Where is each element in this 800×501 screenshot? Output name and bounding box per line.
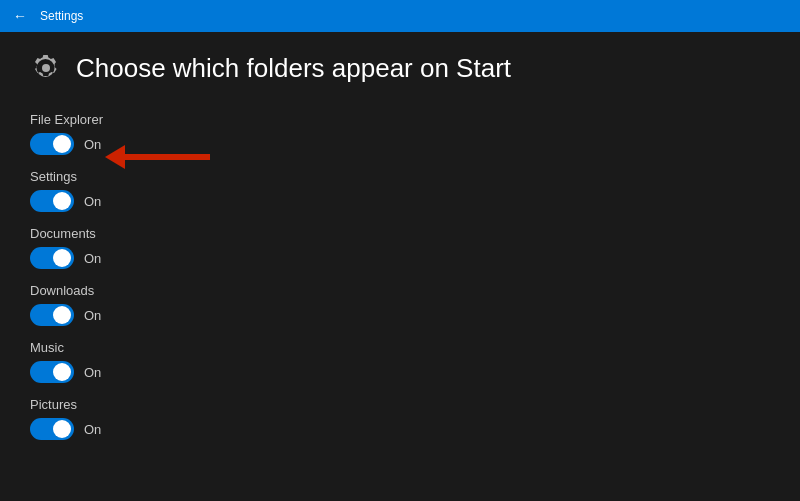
toggle-knob-downloads bbox=[53, 306, 71, 324]
toggle-state-pictures: On bbox=[84, 422, 101, 437]
toggle-state-downloads: On bbox=[84, 308, 101, 323]
setting-item-downloads: Downloads On bbox=[30, 283, 770, 326]
setting-label-documents: Documents bbox=[30, 226, 770, 241]
toggle-knob-documents bbox=[53, 249, 71, 267]
toggle-documents[interactable] bbox=[30, 247, 74, 269]
main-content: Choose which folders appear on Start Fil… bbox=[0, 32, 800, 474]
setting-label-file-explorer: File Explorer bbox=[30, 112, 770, 127]
toggle-knob-settings bbox=[53, 192, 71, 210]
toggle-file-explorer[interactable] bbox=[30, 133, 74, 155]
annotation-arrow bbox=[95, 137, 215, 181]
setting-control-documents: On bbox=[30, 247, 770, 269]
title-bar-label: Settings bbox=[40, 9, 83, 23]
toggle-knob-file-explorer bbox=[53, 135, 71, 153]
setting-control-music: On bbox=[30, 361, 770, 383]
gear-icon bbox=[30, 52, 62, 84]
setting-label-music: Music bbox=[30, 340, 770, 355]
setting-label-pictures: Pictures bbox=[30, 397, 770, 412]
svg-marker-1 bbox=[105, 145, 125, 169]
toggle-state-settings: On bbox=[84, 194, 101, 209]
back-button[interactable]: ← bbox=[10, 6, 30, 26]
title-bar: ← Settings bbox=[0, 0, 800, 32]
setting-label-downloads: Downloads bbox=[30, 283, 770, 298]
toggle-knob-music bbox=[53, 363, 71, 381]
page-heading: Choose which folders appear on Start bbox=[30, 52, 770, 84]
toggle-downloads[interactable] bbox=[30, 304, 74, 326]
page-title: Choose which folders appear on Start bbox=[76, 53, 511, 84]
toggle-settings[interactable] bbox=[30, 190, 74, 212]
setting-item-music: Music On bbox=[30, 340, 770, 383]
toggle-pictures[interactable] bbox=[30, 418, 74, 440]
setting-control-pictures: On bbox=[30, 418, 770, 440]
toggle-music[interactable] bbox=[30, 361, 74, 383]
setting-control-downloads: On bbox=[30, 304, 770, 326]
setting-control-settings: On bbox=[30, 190, 770, 212]
setting-item-pictures: Pictures On bbox=[30, 397, 770, 440]
toggle-knob-pictures bbox=[53, 420, 71, 438]
toggle-state-documents: On bbox=[84, 251, 101, 266]
toggle-state-music: On bbox=[84, 365, 101, 380]
setting-item-documents: Documents On bbox=[30, 226, 770, 269]
